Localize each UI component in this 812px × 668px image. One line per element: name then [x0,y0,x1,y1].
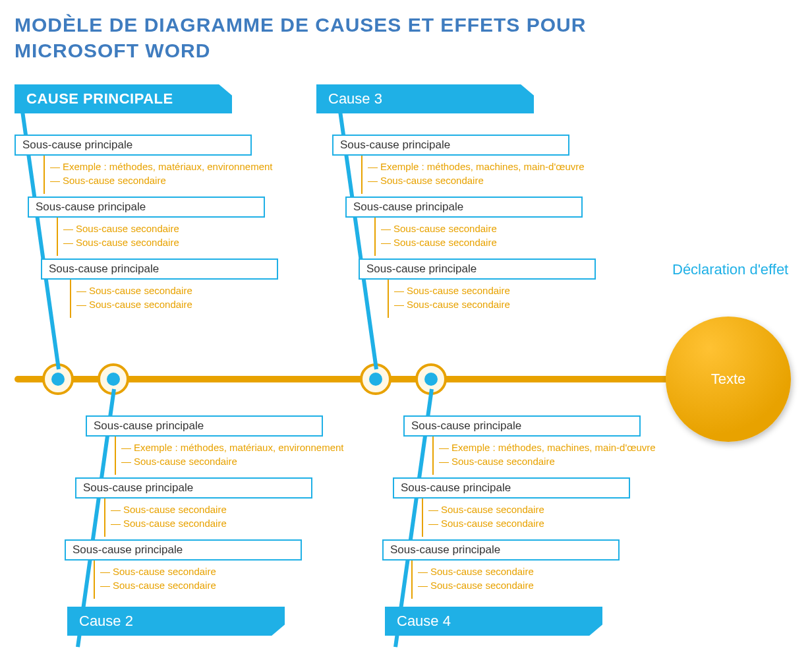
cause-1-sec-3b: Sous-cause secondaire [76,299,192,310]
cause-2-sub-2-secs: Sous-cause secondaire Sous-cause seconda… [111,504,227,531]
cause-2-sub-1-secs: Exemple : méthodes, matériaux, environne… [121,442,344,470]
cause-3-sub-1-box: Sous-cause principale [332,135,569,156]
cause-4-header: Cause 4 [385,607,602,636]
cause-3-label: Cause 3 [328,90,382,107]
cause-1-sub-3-vline [70,280,71,318]
cause-4-sub-3-vline [411,561,413,599]
cause-3-sub-3-vline [388,280,389,318]
cause-1-sub-1-box: Sous-cause principale [14,135,252,156]
cause-3-sub-1-text: Sous-cause principale [340,138,450,152]
cause-3-sec-3a: Sous-cause secondaire [394,285,510,296]
cause-2-sec-3a: Sous-cause secondaire [100,566,216,577]
cause-2-header: Cause 2 [67,607,285,636]
cause-4-sub-1-secs: Exemple : méthodes, machines, main-d'œuv… [439,442,656,470]
cause-4-sec-2a: Sous-cause secondaire [428,504,544,515]
cause-3-sub-1-secs: Exemple : méthodes, machines, main-d'œuv… [368,161,585,189]
cause-2-sec-1a: Exemple : méthodes, matériaux, environne… [121,442,344,453]
cause-1-sub-3-secs: Sous-cause secondaire Sous-cause seconda… [76,285,192,313]
cause-4-sub-1-vline [432,437,434,475]
cause-1-sec-3a: Sous-cause secondaire [76,285,192,296]
cause-3-sub-3-box: Sous-cause principale [359,258,596,280]
cause-2-sub-3-box: Sous-cause principale [65,539,302,561]
cause-4-sub-2-text: Sous-cause principale [401,481,511,495]
cause-1-sub-1-text: Sous-cause principale [22,138,132,152]
cause-4-sec-1b: Sous-cause secondaire [439,456,656,467]
cause-1-sub-2-secs: Sous-cause secondaire Sous-cause seconda… [63,223,179,251]
cause-3-sec-1b: Sous-cause secondaire [368,175,585,186]
cause-1-sub-1-vline [44,156,45,194]
cause-2-sub-3-secs: Sous-cause secondaire Sous-cause seconda… [100,566,216,593]
cause-4-sec-3b: Sous-cause secondaire [418,580,534,591]
cause-1-sub-3-box: Sous-cause principale [41,258,278,280]
cause-3-sec-2a: Sous-cause secondaire [381,223,497,234]
effect-declaration-label: Déclaration d'effet [672,260,788,279]
title-line-2: MICROSOFT WORD [14,40,210,61]
page-title: MODÈLE DE DIAGRAMME DE CAUSES ET EFFETS … [0,0,812,63]
cause-3-sub-2-box: Sous-cause principale [345,197,583,218]
cause-1-sec-2a: Sous-cause secondaire [63,223,179,234]
cause-3-sub-2-vline [374,218,376,256]
cause-2-sub-1-box: Sous-cause principale [86,415,323,437]
cause-2-sub-1-text: Sous-cause principale [94,419,204,433]
cause-4-sub-3-secs: Sous-cause secondaire Sous-cause seconda… [418,566,534,593]
cause-4-sub-2-secs: Sous-cause secondaire Sous-cause seconda… [428,504,544,531]
cause-4-sec-3a: Sous-cause secondaire [418,566,534,577]
cause-1-sub-2-text: Sous-cause principale [36,200,146,214]
cause-3-sec-2b: Sous-cause secondaire [381,237,497,248]
cause-4-sub-1-box: Sous-cause principale [403,415,641,437]
cause-2-sec-2b: Sous-cause secondaire [111,518,227,529]
cause-4-label: Cause 4 [397,613,451,630]
title-line-1: MODÈLE DE DIAGRAMME DE CAUSES ET EFFETS … [14,14,586,36]
cause-2-label: Cause 2 [79,613,133,630]
cause-3-sub-3-text: Sous-cause principale [366,262,477,276]
effect-text: Texte [711,371,746,388]
cause-1-sec-1b: Sous-cause secondaire [50,175,273,186]
cause-1-sec-1a: Exemple : méthodes, matériaux, environne… [50,161,273,172]
cause-1-sub-2-vline [57,218,58,256]
cause-3-sub-2-text: Sous-cause principale [353,200,463,214]
cause-2-sub-3-vline [94,561,95,599]
cause-4-sub-2-box: Sous-cause principale [393,477,630,499]
cause-2-sub-2-box: Sous-cause principale [75,477,312,499]
cause-3-sub-3-secs: Sous-cause secondaire Sous-cause seconda… [394,285,510,313]
cause-4-sub-3-box: Sous-cause principale [382,539,620,561]
cause-3-sub-1-vline [361,156,362,194]
cause-1-sub-2-box: Sous-cause principale [28,197,265,218]
cause-4-sec-1a: Exemple : méthodes, machines, main-d'œuv… [439,442,656,453]
cause-3-sec-1a: Exemple : méthodes, machines, main-d'œuv… [368,161,585,172]
cause-1-sub-1-secs: Exemple : méthodes, matériaux, environne… [50,161,273,189]
cause-2-sec-2a: Sous-cause secondaire [111,504,227,515]
cause-2-sub-2-vline [104,499,105,537]
cause-2-sub-1-vline [115,437,116,475]
cause-2-sec-1b: Sous-cause secondaire [121,456,344,467]
effect-circle: Texte [666,317,791,442]
cause-2-sub-2-text: Sous-cause principale [83,481,193,495]
cause-1-sec-2b: Sous-cause secondaire [63,237,179,248]
cause-4-sub-2-vline [422,499,423,537]
cause-4-sub-1-text: Sous-cause principale [411,419,521,433]
cause-1-sub-3-text: Sous-cause principale [49,262,159,276]
cause-3-sub-2-secs: Sous-cause secondaire Sous-cause seconda… [381,223,497,251]
cause-1-label: CAUSE PRINCIPALE [26,90,173,107]
cause-2-sub-3-text: Sous-cause principale [72,543,183,557]
cause-4-sub-3-text: Sous-cause principale [390,543,500,557]
cause-2-sec-3b: Sous-cause secondaire [100,580,216,591]
cause-3-sec-3b: Sous-cause secondaire [394,299,510,310]
cause-3-header: Cause 3 [316,84,534,113]
cause-4-sec-2b: Sous-cause secondaire [428,518,544,529]
cause-1-header: CAUSE PRINCIPALE [14,84,232,113]
